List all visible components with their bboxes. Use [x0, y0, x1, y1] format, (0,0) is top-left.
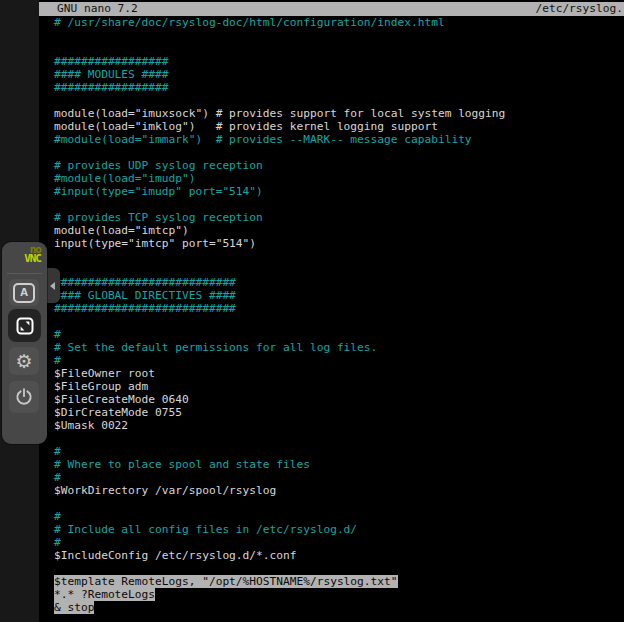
editor-line: [54, 94, 624, 107]
editor-line: # /usr/share/doc/rsyslog-doc/html/config…: [54, 16, 624, 29]
line-text: $IncludeConfig /etc/rsyslog.d/*.conf: [54, 549, 296, 562]
line-text: #################: [54, 81, 169, 94]
editor-line: #################: [54, 81, 624, 94]
control-bar-handle[interactable]: [47, 268, 60, 303]
line-text: #module(load="imudp"): [54, 172, 195, 185]
line-text: $Umask 0022: [54, 419, 128, 432]
line-text: ###########################: [54, 302, 236, 315]
selected-text: & stop: [54, 601, 94, 614]
editor-line: $WorkDirectory /var/spool/rsyslog: [54, 484, 624, 497]
editor-line: $DirCreateMode 0755: [54, 406, 624, 419]
line-text: #: [54, 445, 61, 458]
line-text: module(load="imuxsock") # provides suppo…: [54, 107, 505, 120]
editor-text-area[interactable]: # /usr/share/doc/rsyslog-doc/html/config…: [39, 16, 624, 622]
editor-line: input(type="imtcp" port="514"): [54, 237, 624, 250]
settings-button[interactable]: ⚙: [9, 347, 39, 375]
keyboard-a-icon: A: [13, 283, 35, 303]
editor-line: #### MODULES ####: [54, 68, 624, 81]
extra-keys-button[interactable]: A: [9, 279, 39, 306]
editor-line: [54, 432, 624, 445]
editor-line: $FileGroup adm: [54, 380, 624, 393]
novnc-logo-bottom: VNC: [24, 254, 41, 263]
editor-line: #module(load="immark") # provides --MARK…: [54, 133, 624, 146]
editor-line: #### GLOBAL DIRECTIVES ####: [54, 289, 624, 302]
selected-text: $template RemoteLogs, "/opt/%HOSTNAME%/r…: [54, 575, 398, 588]
editor-line: #input(type="imudp" port="514"): [54, 185, 624, 198]
editor-line: *.* ?RemoteLogs: [54, 588, 624, 601]
line-text: #: [54, 536, 61, 549]
line-text: $WorkDirectory /var/spool/rsyslog: [54, 484, 276, 497]
editor-line: $FileCreateMode 0640: [54, 393, 624, 406]
line-text: # Set the default permissions for all lo…: [54, 341, 377, 354]
editor-line: #: [54, 536, 624, 549]
editor-line: ###########################: [54, 302, 624, 315]
line-text: $FileGroup adm: [54, 380, 148, 393]
editor-line: ###########################: [54, 276, 624, 289]
editor-line: [54, 250, 624, 263]
line-text: $FileCreateMode 0640: [54, 393, 189, 406]
panel-divider: [7, 273, 42, 274]
novnc-logo: no VNC: [24, 245, 41, 263]
collapse-left-icon: [50, 282, 55, 290]
nano-version-label: GNU nano 7.2: [57, 2, 138, 16]
editor-line: [54, 562, 624, 575]
line-text: $FileOwner root: [54, 367, 155, 380]
line-text: #input(type="imudp" port="514"): [54, 185, 263, 198]
editor-line: #: [54, 445, 624, 458]
line-text: #: [54, 354, 61, 367]
line-text: ###########################: [54, 276, 236, 289]
line-text: # /usr/share/doc/rsyslog-doc/html/config…: [54, 16, 445, 29]
editor-line: #: [54, 471, 624, 484]
line-text: #### MODULES ####: [54, 68, 169, 81]
editor-line: $FileOwner root: [54, 367, 624, 380]
line-text: # provides UDP syslog reception: [54, 159, 263, 172]
editor-line: #: [54, 354, 624, 367]
editor-line: # Where to place spool and state files: [54, 458, 624, 471]
editor-line: # Set the default permissions for all lo…: [54, 341, 624, 354]
editor-line: [54, 42, 624, 55]
editor-line: $IncludeConfig /etc/rsyslog.d/*.conf: [54, 549, 624, 562]
line-text: #module(load="immark") # provides --MARK…: [54, 133, 472, 146]
editor-line: module(load="imuxsock") # provides suppo…: [54, 107, 624, 120]
power-icon: [14, 387, 34, 407]
fullscreen-button[interactable]: [8, 309, 41, 342]
selected-text: *.* ?RemoteLogs: [54, 588, 155, 601]
line-text: #: [54, 471, 61, 484]
editor-line: [54, 146, 624, 159]
editor-line: # Include all config files in /etc/rsysl…: [54, 523, 624, 536]
disconnect-button[interactable]: [9, 381, 39, 413]
editor-line: # provides UDP syslog reception: [54, 159, 624, 172]
editor-line: # provides TCP syslog reception: [54, 211, 624, 224]
line-text: input(type="imtcp" port="514"): [54, 237, 256, 250]
editor-line: [54, 315, 624, 328]
editor-line: $Umask 0022: [54, 419, 624, 432]
line-text: # provides TCP syslog reception: [54, 211, 263, 224]
nano-file-path: /etc/rsyslog.: [535, 2, 623, 16]
line-text: module(load="imklog") # provides kernel …: [54, 120, 438, 133]
editor-line: [54, 29, 624, 42]
editor-line: #: [54, 328, 624, 341]
line-text: #### GLOBAL DIRECTIVES ####: [54, 289, 236, 302]
line-text: $DirCreateMode 0755: [54, 406, 182, 419]
line-text: #################: [54, 55, 169, 68]
gear-icon: ⚙: [15, 352, 32, 371]
editor-line: $template RemoteLogs, "/opt/%HOSTNAME%/r…: [54, 575, 624, 588]
nano-titlebar: GNU nano 7.2 /etc/rsyslog.: [39, 2, 624, 16]
line-text: #: [54, 510, 61, 523]
editor-line: [54, 198, 624, 211]
line-text: module(load="imtcp"): [54, 224, 189, 237]
novnc-control-bar: no VNC A ⚙: [2, 242, 47, 444]
line-text: # Where to place spool and state files: [54, 458, 310, 471]
fullscreen-icon: [15, 316, 35, 336]
editor-line: module(load="imklog") # provides kernel …: [54, 120, 624, 133]
terminal-window: GNU nano 7.2 /etc/rsyslog. # /usr/share/…: [39, 0, 624, 622]
editor-line: [54, 497, 624, 510]
line-text: # Include all config files in /etc/rsysl…: [54, 523, 357, 536]
editor-line: #: [54, 510, 624, 523]
editor-line: & stop: [54, 601, 624, 614]
editor-line: module(load="imtcp"): [54, 224, 624, 237]
editor-line: [54, 263, 624, 276]
editor-line: #################: [54, 55, 624, 68]
line-text: #: [54, 328, 61, 341]
editor-line: #module(load="imudp"): [54, 172, 624, 185]
